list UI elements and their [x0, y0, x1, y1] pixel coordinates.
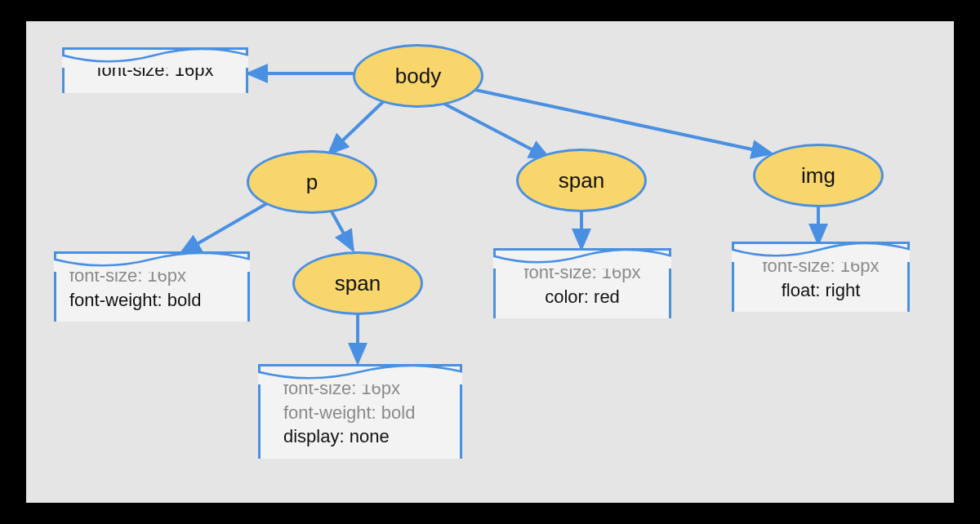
node-span-nested: span — [292, 251, 423, 315]
css-prop-own: font-weight: bold — [69, 288, 234, 313]
css-card-img: font-size: 16px float: right — [732, 242, 910, 312]
css-prop-own: display: none — [283, 424, 447, 449]
css-prop-inherited: font-weight: bold — [283, 401, 447, 425]
css-card-span: font-size: 16px color: red — [493, 248, 671, 318]
node-label: span — [559, 168, 604, 193]
node-label: span — [335, 271, 381, 296]
node-p: p — [247, 150, 377, 214]
node-label: p — [306, 170, 318, 195]
edge-body-to-span — [439, 101, 549, 158]
css-card-p: font-size: 16px font-weight: bold — [54, 251, 250, 322]
edge-body-to-img — [467, 88, 771, 153]
node-body: body — [353, 44, 483, 108]
node-label: body — [395, 64, 441, 89]
css-prop-own: float: right — [747, 278, 894, 303]
css-prop-own: color: red — [509, 285, 656, 309]
css-card-span-nested: font-size: 16px font-weight: bold displa… — [258, 364, 462, 459]
node-label: img — [801, 163, 835, 189]
edge-body-to-p — [329, 98, 387, 153]
edge-p-to-css — [181, 199, 274, 253]
node-img: img — [753, 144, 884, 207]
node-span: span — [516, 149, 647, 212]
diagram-canvas: body p span img span font-size: 16px fon… — [26, 21, 954, 503]
css-card-body: font-size: 16px — [62, 47, 248, 93]
